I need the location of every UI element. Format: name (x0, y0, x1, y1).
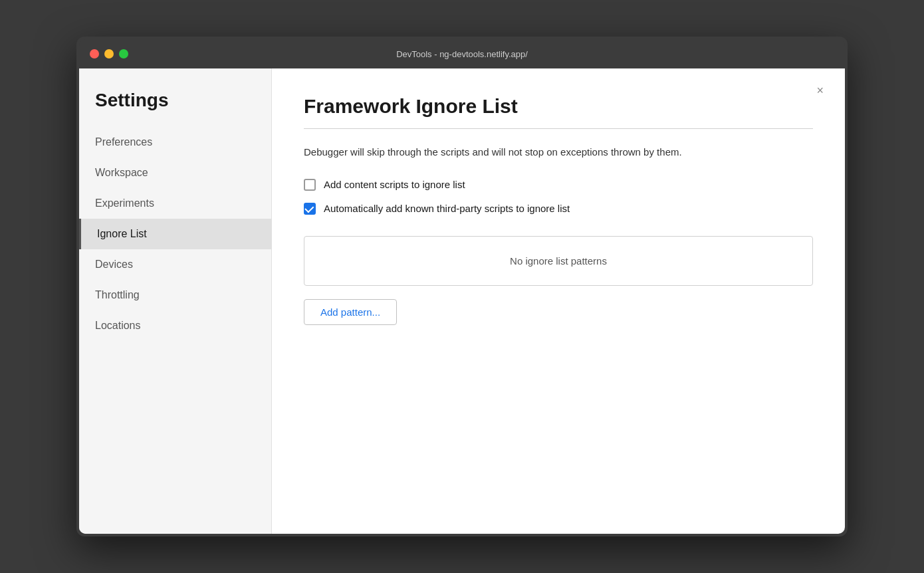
sidebar-item-workspace[interactable]: Workspace (79, 158, 271, 188)
main-panel: × Framework Ignore List Debugger will sk… (272, 68, 845, 534)
sidebar: Settings Preferences Workspace Experimen… (79, 68, 272, 534)
title-bar: DevTools - ng-devtools.netlify.app/ (79, 39, 845, 68)
checkbox-row-third-party[interactable]: Automatically add known third-party scri… (304, 203, 813, 215)
window-content: Settings Preferences Workspace Experimen… (79, 68, 845, 534)
checkbox-label-third-party: Automatically add known third-party scri… (324, 203, 570, 214)
minimize-button[interactable] (104, 49, 114, 58)
checkbox-row-content-scripts[interactable]: Add content scripts to ignore list (304, 179, 813, 191)
close-button[interactable] (90, 49, 99, 58)
checkbox-third-party[interactable] (304, 203, 316, 215)
settings-heading: Settings (79, 90, 271, 127)
sidebar-item-ignore-list[interactable]: Ignore List (79, 219, 271, 249)
page-title: Framework Ignore List (304, 95, 813, 118)
sidebar-item-experiments[interactable]: Experiments (79, 188, 271, 219)
window: DevTools - ng-devtools.netlify.app/ Sett… (76, 37, 848, 536)
window-title: DevTools - ng-devtools.netlify.app/ (396, 49, 528, 59)
sidebar-item-locations[interactable]: Locations (79, 310, 271, 341)
traffic-lights (90, 49, 128, 58)
patterns-box: No ignore list patterns (304, 236, 813, 286)
checkbox-content-scripts[interactable] (304, 179, 316, 191)
sidebar-item-throttling[interactable]: Throttling (79, 280, 271, 310)
sidebar-item-devices[interactable]: Devices (79, 249, 271, 280)
patterns-empty-label: No ignore list patterns (510, 255, 607, 267)
maximize-button[interactable] (119, 49, 128, 58)
description-text: Debugger will skip through the scripts a… (304, 145, 769, 160)
checkbox-group: Add content scripts to ignore list Autom… (304, 179, 813, 215)
sidebar-item-preferences[interactable]: Preferences (79, 127, 271, 158)
title-divider (304, 128, 813, 129)
add-pattern-button[interactable]: Add pattern... (304, 299, 397, 325)
close-dialog-button[interactable]: × (811, 82, 829, 99)
checkbox-label-content-scripts: Add content scripts to ignore list (324, 179, 465, 190)
